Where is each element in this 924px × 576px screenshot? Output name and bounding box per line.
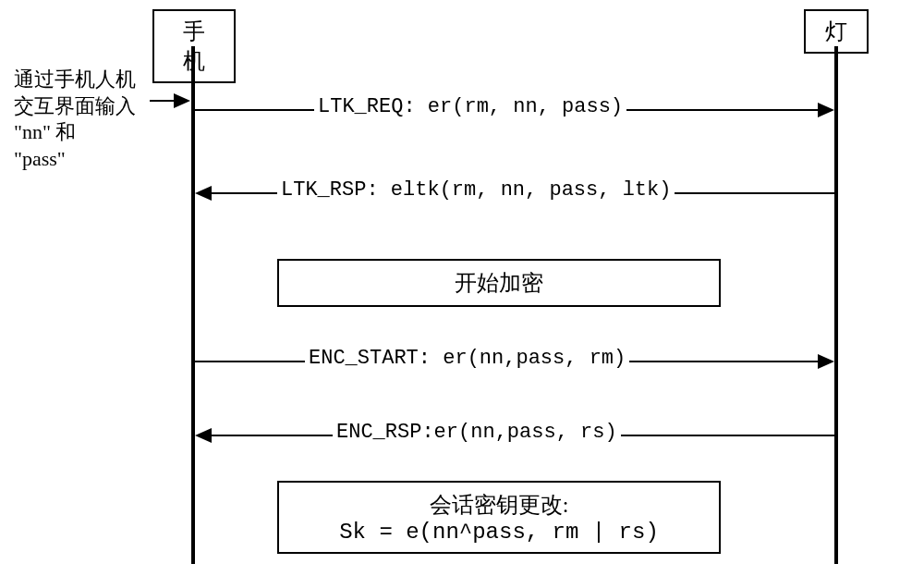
arrowhead-ltk-rsp	[195, 186, 212, 201]
note-session-key: 会话密钥更改: Sk = e(nn^pass, rm | rs)	[277, 481, 721, 554]
note-start-encrypt: 开始加密	[277, 259, 721, 307]
lifeline-phone	[191, 46, 195, 564]
arrowhead-enc-start	[818, 354, 834, 369]
session-key-title: 会话密钥更改:	[290, 490, 708, 520]
input-note: 通过手机人机 交互界面输入 "nn" 和 "pass"	[14, 67, 136, 172]
input-note-line4: "pass"	[14, 146, 136, 173]
found-arrow-head	[174, 93, 190, 108]
label-enc-rsp: ENC_RSP:er(nn,pass, rs)	[333, 421, 621, 444]
arrowhead-ltk-req	[818, 103, 834, 117]
lifeline-lamp	[834, 46, 838, 564]
label-ltk-req: LTK_REQ: er(rm, nn, pass)	[314, 95, 626, 118]
input-note-line3: "nn" 和	[14, 119, 136, 146]
input-note-line2: 交互界面输入	[14, 93, 136, 120]
arrowhead-enc-rsp	[195, 428, 212, 443]
input-note-line1: 通过手机人机	[14, 67, 136, 93]
session-key-formula: Sk = e(nn^pass, rm | rs)	[290, 520, 708, 545]
label-ltk-rsp: LTK_RSP: eltk(rm, nn, pass, ltk)	[277, 178, 675, 202]
label-enc-start: ENC_START: er(nn,pass, rm)	[305, 347, 629, 370]
